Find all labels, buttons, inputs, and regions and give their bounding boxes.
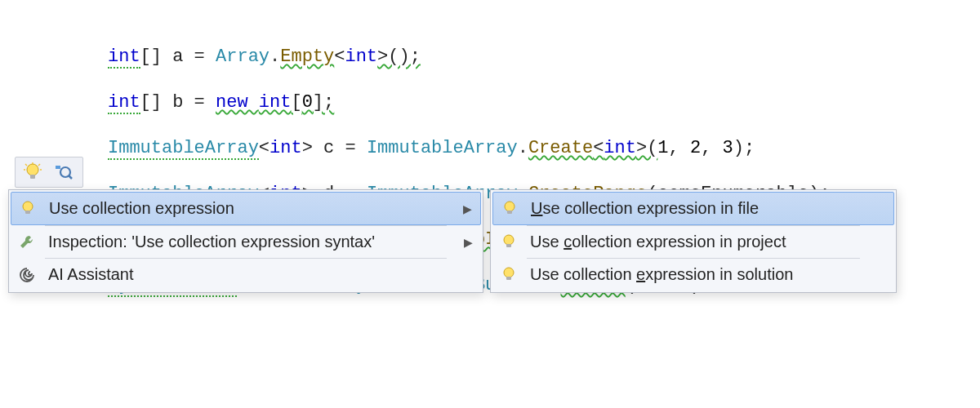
submenu-arrow-icon: ▶ [455,202,472,215]
code-line: int[] b = new int[0]; [108,91,831,114]
bulb-icon [499,266,519,284]
submenu-item-label: Use collection expression in solution [530,265,886,284]
svg-point-4 [23,202,33,211]
bulb-icon [500,200,519,218]
svg-rect-7 [507,211,512,214]
popup-item-label: AI Assistant [48,265,473,284]
svg-point-6 [505,202,514,211]
popup-item-label: Inspection: 'Use collection expression s… [48,233,444,251]
bulb-icon [499,233,519,251]
svg-point-10 [504,268,514,277]
intention-bulb-gutter[interactable] [15,157,83,188]
popup-item-ai-assistant[interactable]: AI Assistant [11,259,481,290]
svg-line-3 [69,175,72,179]
intention-popup: Use collection expression ▶ Inspection: … [8,189,483,293]
submenu-item-label: Use collection expression in project [530,233,886,251]
svg-rect-5 [25,211,30,214]
code-line: int[] a = Array.Empty<int>(); [108,46,831,69]
svg-rect-9 [506,244,511,247]
submenu-item-in-project[interactable]: Use collection expression in project [492,226,894,258]
submenu-item-in-solution[interactable]: Use collection expression in solution [492,259,894,290]
submenu-item-in-file[interactable]: Use collection expression in file [492,192,894,225]
svg-rect-11 [506,277,511,280]
wrench-icon [17,234,37,251]
spiral-icon [17,267,37,283]
code-line: ImmutableArray<int> c = ImmutableArray.C… [108,137,831,160]
svg-rect-1 [30,175,35,179]
popup-item-label: Use collection expression [49,199,443,218]
submenu-arrow-icon: ▶ [456,236,473,249]
find-icon [53,163,73,181]
popup-item-inspection[interactable]: Inspection: 'Use collection expression s… [11,226,481,258]
submenu-item-label: Use collection expression in file [531,199,885,218]
intention-submenu: Use collection expression in file Use co… [490,189,897,293]
bulb-icon [24,162,42,182]
popup-item-use-collection-expression[interactable]: Use collection expression ▶ [11,192,481,225]
svg-point-0 [27,164,38,175]
bulb-icon [18,200,38,218]
svg-point-8 [504,235,514,245]
